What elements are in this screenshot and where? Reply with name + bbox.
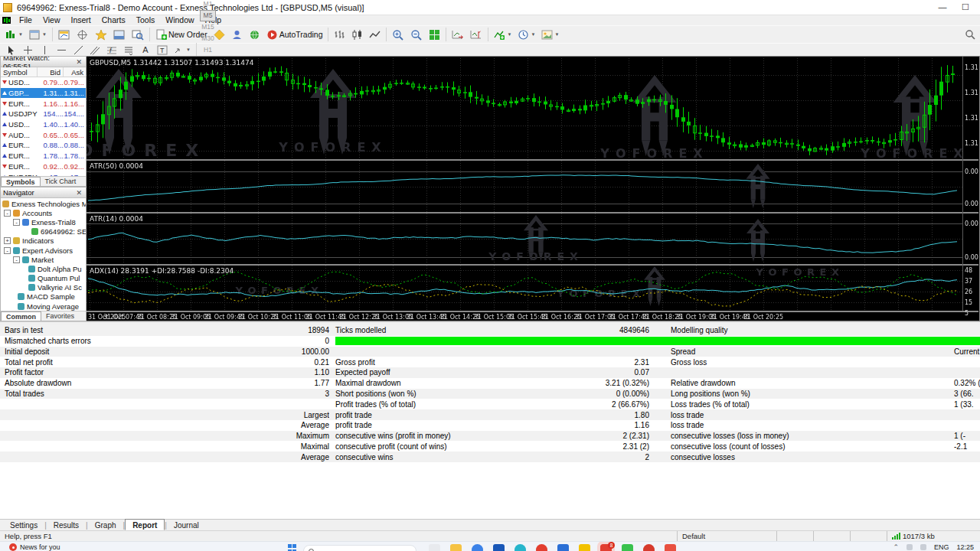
channel-tool[interactable] xyxy=(87,42,103,57)
tester-tab-settings[interactable]: Settings xyxy=(3,520,44,531)
tester-tab-graph[interactable]: Graph xyxy=(88,520,123,531)
column-bid[interactable]: Bid xyxy=(38,67,64,77)
chart-canvas[interactable] xyxy=(87,57,978,321)
trendline-tool[interactable] xyxy=(70,42,86,57)
report-row[interactable]: Total net profit0.21Gross profit2.31Gros… xyxy=(0,357,980,367)
vertical-line-tool[interactable] xyxy=(37,42,52,57)
chart-shift-button[interactable] xyxy=(468,27,485,42)
collapse-icon[interactable]: - xyxy=(13,219,20,226)
zoom-out-button[interactable] xyxy=(408,27,425,42)
start-button[interactable] xyxy=(288,544,297,551)
zoom-in-button[interactable] xyxy=(390,27,407,42)
menu-view[interactable]: View xyxy=(38,15,66,24)
tree-item-quantum-pul[interactable]: Quantum Pul xyxy=(1,274,86,283)
symbol-row[interactable]: GBP...1.31...1.31... xyxy=(1,88,86,99)
tester-tab-journal[interactable]: Journal xyxy=(167,520,206,531)
taskbar-app-2[interactable] xyxy=(450,544,462,551)
close-icon[interactable]: ✕ xyxy=(74,189,83,197)
period-m15[interactable]: M15 xyxy=(200,21,216,33)
cursor-tool[interactable] xyxy=(3,42,18,57)
arrows-tool[interactable]: ▼ xyxy=(172,42,193,57)
taskbar-search[interactable] xyxy=(303,545,416,551)
symbol-row[interactable]: AUD...0.65...0.65... xyxy=(1,129,86,140)
expert-advisors-button[interactable] xyxy=(229,27,245,42)
tester-tab-report[interactable]: Report xyxy=(125,519,165,530)
period-m5[interactable]: M5 xyxy=(200,10,216,21)
symbol-row[interactable]: EUR...1.78...1.78... xyxy=(1,151,86,161)
symbol-row[interactable]: USDJPY154....154.... xyxy=(1,109,86,119)
bar-chart-button[interactable] xyxy=(332,27,348,42)
new-chart-button[interactable]: ▼ xyxy=(3,27,25,42)
language-indicator[interactable]: ENG xyxy=(934,543,949,551)
widgets-button[interactable]: News for you xyxy=(9,543,60,551)
period-m1[interactable]: M1 xyxy=(200,0,216,10)
navigator-tab-common[interactable]: Common xyxy=(1,311,41,321)
tray-icon[interactable] xyxy=(906,544,913,550)
text-tool[interactable]: A xyxy=(138,42,153,57)
line-chart-button[interactable] xyxy=(367,27,383,42)
collapse-icon[interactable]: - xyxy=(13,256,20,263)
taskbar-app-10[interactable] xyxy=(622,544,633,551)
profiles-button[interactable]: ▼ xyxy=(27,27,49,42)
tree-item-market[interactable]: -Market xyxy=(1,255,86,264)
menu-file[interactable]: File xyxy=(14,15,38,24)
auto-scroll-button[interactable] xyxy=(449,27,466,42)
tile-windows-button[interactable] xyxy=(426,27,443,42)
menu-tools[interactable]: Tools xyxy=(131,15,161,24)
tree-item-exness-trial8[interactable]: -Exness-Trial8 xyxy=(1,217,86,227)
taskbar-app-4[interactable] xyxy=(493,544,505,551)
fibonacci-tool[interactable]: f xyxy=(104,42,119,57)
report-row[interactable]: Total trades3Short positions (won %)0 (0… xyxy=(0,389,980,399)
report-row[interactable]: Averageprofit trade1.16loss trade xyxy=(0,420,980,431)
report-row[interactable]: Maximalconsecutive profit (count of wins… xyxy=(0,441,980,452)
menu-insert[interactable]: Insert xyxy=(66,15,96,24)
candlestick-button[interactable] xyxy=(349,27,365,42)
status-profile[interactable]: Default xyxy=(677,531,776,541)
market-watch-toggle[interactable] xyxy=(56,27,73,42)
expand-icon[interactable]: + xyxy=(4,237,11,244)
menu-charts[interactable]: Charts xyxy=(96,15,131,24)
navigator-toggle[interactable] xyxy=(93,27,109,42)
tree-item-moving-average[interactable]: Moving Average xyxy=(1,302,86,311)
tree-item-69649962-sec[interactable]: 69649962: SEC xyxy=(1,227,86,236)
column-ask[interactable]: Ask xyxy=(64,67,86,77)
tray-icon[interactable] xyxy=(920,544,926,550)
collapse-icon[interactable]: - xyxy=(4,210,11,217)
report-row[interactable]: Maximumconsecutive wins (profit in money… xyxy=(0,431,980,442)
symbol-row[interactable]: EUR...1.16...1.16... xyxy=(1,98,86,109)
maximize-button[interactable]: ☐ xyxy=(954,2,977,14)
tree-item-macd-sample[interactable]: MACD Sample xyxy=(1,292,86,302)
taskbar-app-7[interactable] xyxy=(557,544,569,551)
report-row[interactable]: Bars in test18994Ticks modelled4849646Mo… xyxy=(0,325,980,336)
period-m30[interactable]: M30 xyxy=(200,33,216,44)
tester-tab-results[interactable]: Results xyxy=(47,520,86,531)
column-symbol[interactable]: Symbol xyxy=(1,67,38,77)
taskbar-app-6[interactable] xyxy=(536,544,547,551)
symbol-row[interactable]: EUR...0.88...0.88... xyxy=(1,140,86,151)
symbol-row[interactable]: USD...0.79...0.79... xyxy=(1,77,86,88)
taskbar-app-3[interactable] xyxy=(472,544,483,551)
minimize-button[interactable]: — xyxy=(931,2,954,14)
report-row[interactable]: Mismatched charts errors0 xyxy=(0,336,980,347)
taskbar-app-5[interactable] xyxy=(514,544,526,551)
tree-item-valkyrie-ai-sc[interactable]: Valkyrie AI Sc xyxy=(1,283,86,292)
periods-dropdown[interactable]: ▼ xyxy=(515,27,537,42)
tray-chevron-icon[interactable]: ⌃ xyxy=(893,543,899,551)
taskbar-app-1[interactable] xyxy=(429,544,440,551)
period-h1[interactable]: H1 xyxy=(200,44,216,56)
tree-item-expert-advisors[interactable]: -Expert Advisors xyxy=(1,246,86,255)
templates-dropdown[interactable]: ▼ xyxy=(539,27,561,42)
indicators-dropdown[interactable]: ▼ xyxy=(492,27,514,42)
tree-item-accounts[interactable]: -Accounts xyxy=(1,208,86,217)
autotrading-button[interactable]: AutoTrading xyxy=(264,27,325,42)
text-label-tool[interactable]: T xyxy=(155,42,170,57)
symbol-row[interactable]: USD...1.40...1.40... xyxy=(1,119,86,130)
taskbar-app-8[interactable] xyxy=(579,544,590,551)
tree-item-indicators[interactable]: +Indicators xyxy=(1,236,86,246)
tree-item-dolt-alpha-pu[interactable]: Dolt Alpha Pu xyxy=(1,264,86,273)
menu-window[interactable]: Window xyxy=(160,15,199,24)
navigator-tab-favorites[interactable]: Favorites xyxy=(41,311,79,321)
taskbar-app-9[interactable]: 8 xyxy=(600,544,612,551)
taskbar-app-11[interactable] xyxy=(643,544,655,551)
report-row[interactable]: Profit trades (% of total)2 (66.67%)Loss… xyxy=(0,399,980,409)
